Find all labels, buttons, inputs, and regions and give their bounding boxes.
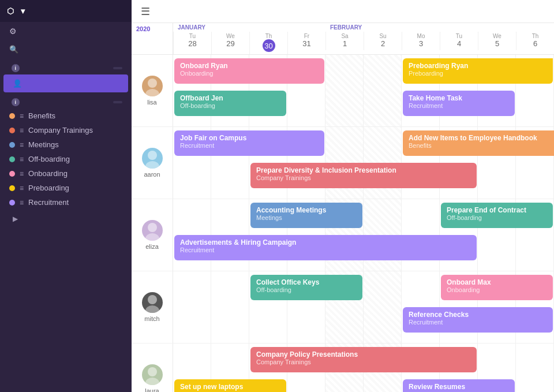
- person-name: eliza: [145, 243, 159, 250]
- task-plan: Off-boarding: [256, 286, 357, 293]
- svg-point-9: [145, 378, 159, 385]
- plan-item-company-trainings[interactable]: ≡ Company Trainings: [0, 123, 132, 137]
- person-row: lisa Onboard Ryan Onboarding Preboarding…: [132, 55, 554, 127]
- team-icon: 👤: [13, 79, 22, 88]
- person-cell: lisa: [132, 55, 173, 126]
- svg-point-3: [145, 161, 159, 169]
- day-num: 30: [263, 39, 275, 52]
- teams-label: i: [9, 64, 20, 72]
- tasks-area: Company Policy Presentations Company Tra…: [173, 344, 554, 392]
- grid-col: [364, 271, 402, 343]
- month-label: JANUARY: [173, 23, 325, 32]
- task-plan: Company Trainings: [256, 174, 471, 181]
- day-name: We: [212, 33, 249, 39]
- task-plan: Preboarding: [409, 70, 547, 77]
- task-bar[interactable]: Job Fair on Campus Recruitment: [174, 130, 324, 156]
- person-row: laura Company Policy Presentations Compa…: [132, 344, 554, 392]
- svg-point-4: [148, 223, 157, 232]
- task-title: Review Resumes: [409, 383, 509, 391]
- list-icon: ≡: [20, 184, 24, 192]
- person-row: eliza Accounting Meetings Meetings Prepa…: [132, 199, 554, 271]
- person-cell: eliza: [132, 199, 173, 271]
- plan-name: Benefits: [28, 111, 55, 120]
- day-num: 28: [174, 39, 211, 48]
- menu-icon[interactable]: ☰: [141, 5, 150, 18]
- task-bar[interactable]: Preboarding Ryan Preboarding: [403, 58, 553, 84]
- plan-item-onboarding[interactable]: ≡ Onboarding: [0, 166, 132, 181]
- months-header: JANUARY Tu 28 We 29 Th 30 Fr 31 FEBRUARY…: [173, 23, 554, 54]
- task-title: Add New Items to Employee Handbook: [409, 134, 554, 142]
- task-bar[interactable]: Accounting Meetings Meetings: [250, 203, 362, 228]
- task-bar[interactable]: Advertisements & Hiring Campaign Recruit…: [174, 235, 477, 260]
- calendar: 2020 JANUARY Tu 28 We 29 Th 30 Fr 31 FEB…: [132, 23, 554, 392]
- task-bar[interactable]: Prepare End of Contract Off-boarding: [441, 203, 553, 228]
- avatar: [142, 148, 163, 169]
- day-num: 1: [326, 39, 364, 48]
- person-cell: aaron: [132, 127, 173, 199]
- grid-col: [173, 271, 211, 343]
- task-title: Set up new laptops: [180, 383, 280, 391]
- plan-dot: [9, 156, 15, 162]
- new-plan-button[interactable]: [113, 101, 122, 103]
- plan-item-recruitment[interactable]: ≡ Recruitment: [0, 195, 132, 210]
- settings-item[interactable]: ⚙: [0, 22, 132, 40]
- day-col: Mo 3: [402, 32, 440, 50]
- tasks-area: Onboard Ryan Onboarding Preboarding Ryan…: [173, 55, 554, 126]
- task-bar[interactable]: Review Resumes Recruitment: [403, 379, 515, 392]
- task-plan: Off-boarding: [447, 214, 547, 221]
- task-title: Reference Checks: [409, 311, 547, 319]
- plans-label: i: [9, 98, 20, 106]
- day-col: Fr 31: [287, 32, 325, 54]
- person-name: lisa: [147, 99, 157, 106]
- workspace-header[interactable]: ⬡ ▾: [0, 0, 132, 22]
- plan-dot: [9, 185, 15, 191]
- person-name: mitch: [144, 315, 159, 322]
- person-cell: mitch: [132, 271, 173, 343]
- task-bar[interactable]: Collect Office Keys Off-boarding: [250, 275, 362, 300]
- person-name: aaron: [144, 171, 160, 178]
- plan-item-meetings[interactable]: ≡ Meetings: [0, 137, 132, 152]
- task-title: Advertisements & Hiring Campaign: [180, 238, 471, 247]
- archived-section[interactable]: ▶: [0, 210, 132, 229]
- task-bar[interactable]: Set up new laptops Preboarding: [174, 379, 286, 392]
- task-bar[interactable]: Prepare Diversity & Inclusion Presentati…: [250, 163, 477, 188]
- task-bar[interactable]: Take Home Task Recruitment: [403, 91, 515, 116]
- day-name: We: [478, 33, 516, 39]
- task-bar[interactable]: Add New Items to Employee Handbook Benef…: [403, 130, 554, 156]
- plans-info-icon[interactable]: i: [12, 98, 20, 106]
- plan-dot: [9, 200, 15, 206]
- team-item-hr[interactable]: 👤: [3, 74, 128, 92]
- svg-point-2: [148, 151, 157, 160]
- task-plan: Meetings: [256, 214, 357, 221]
- person-row: mitch Collect Office Keys Off-boarding O…: [132, 271, 554, 344]
- plan-name: Recruitment: [28, 198, 69, 207]
- task-bar[interactable]: Onboard Max Onboarding: [441, 275, 553, 300]
- task-bar[interactable]: Onboard Ryan Onboarding: [174, 58, 324, 84]
- day-num: 5: [478, 39, 516, 48]
- task-bar[interactable]: Reference Checks Recruitment: [403, 307, 553, 333]
- teams-info-icon[interactable]: i: [12, 64, 20, 72]
- year-label: 2020: [132, 23, 173, 32]
- list-icon: ≡: [20, 155, 24, 163]
- task-bar[interactable]: Company Policy Presentations Company Tra…: [250, 347, 477, 372]
- avatar: [142, 364, 163, 385]
- search-item[interactable]: 🔍: [0, 40, 132, 58]
- new-team-button[interactable]: [113, 67, 122, 69]
- plan-item-benefits[interactable]: ≡ Benefits: [0, 109, 132, 123]
- task-title: Onboard Max: [447, 278, 547, 286]
- month-label: FEBRUARY: [325, 23, 554, 32]
- workspace-icon: ⬡: [7, 6, 14, 16]
- day-col: Th 6: [516, 32, 554, 50]
- plan-item-off-boarding[interactable]: ≡ Off-boarding: [0, 152, 132, 166]
- day-num: 4: [440, 39, 478, 48]
- search-icon: 🔍: [9, 45, 18, 54]
- day-col: Tu 4: [440, 32, 478, 50]
- day-name: Fr: [288, 33, 325, 39]
- task-title: Accounting Meetings: [256, 206, 357, 214]
- task-bar[interactable]: Offboard Jen Off-boarding: [174, 91, 286, 116]
- person-name: laura: [145, 387, 159, 392]
- plan-item-preboarding[interactable]: ≡ Preboarding: [0, 181, 132, 195]
- day-name: Tu: [174, 33, 211, 39]
- task-plan: Company Trainings: [256, 359, 471, 365]
- day-col: Sa 1: [325, 32, 364, 50]
